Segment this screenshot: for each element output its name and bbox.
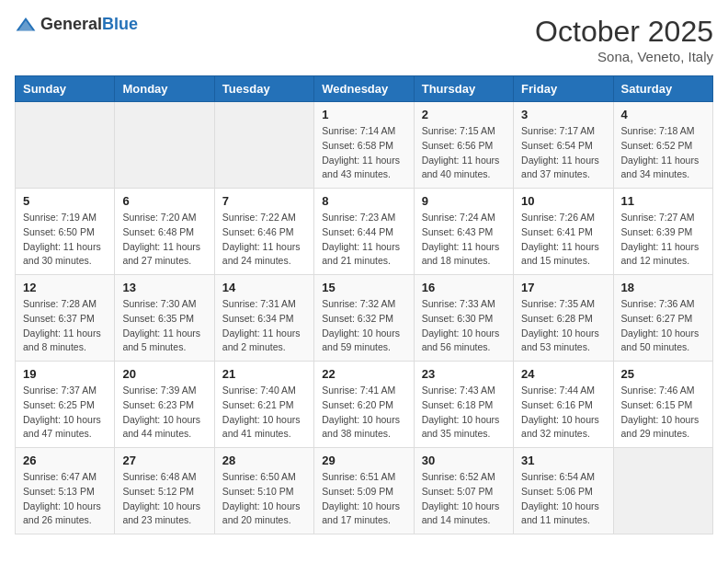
title-block: October 2025 Sona, Veneto, Italy xyxy=(535,15,713,64)
weekday-header-tuesday: Tuesday xyxy=(214,76,313,102)
day-info: Sunrise: 6:48 AM Sunset: 5:12 PM Dayligh… xyxy=(122,470,206,528)
day-info: Sunrise: 7:46 AM Sunset: 6:15 PM Dayligh… xyxy=(621,384,705,442)
day-number: 15 xyxy=(322,281,405,294)
day-number: 4 xyxy=(621,108,705,121)
calendar-week-row: 19Sunrise: 7:37 AM Sunset: 6:25 PM Dayli… xyxy=(16,362,713,448)
calendar-cell: 19Sunrise: 7:37 AM Sunset: 6:25 PM Dayli… xyxy=(16,362,115,448)
day-info: Sunrise: 7:39 AM Sunset: 6:23 PM Dayligh… xyxy=(122,384,206,442)
day-number: 3 xyxy=(521,108,605,121)
calendar-cell: 5Sunrise: 7:19 AM Sunset: 6:50 PM Daylig… xyxy=(16,189,115,275)
calendar-cell: 16Sunrise: 7:33 AM Sunset: 6:30 PM Dayli… xyxy=(414,275,513,362)
day-number: 13 xyxy=(122,281,206,294)
calendar-cell: 26Sunrise: 6:47 AM Sunset: 5:13 PM Dayli… xyxy=(16,448,115,534)
day-number: 9 xyxy=(422,194,506,208)
day-info: Sunrise: 7:24 AM Sunset: 6:43 PM Dayligh… xyxy=(422,211,506,269)
calendar-cell: 20Sunrise: 7:39 AM Sunset: 6:23 PM Dayli… xyxy=(115,362,214,448)
day-info: Sunrise: 7:27 AM Sunset: 6:39 PM Dayligh… xyxy=(621,211,705,269)
day-number: 23 xyxy=(422,367,506,381)
day-number: 21 xyxy=(222,367,306,381)
day-info: Sunrise: 7:37 AM Sunset: 6:25 PM Dayligh… xyxy=(23,384,107,442)
calendar-cell xyxy=(613,448,712,534)
calendar-cell: 24Sunrise: 7:44 AM Sunset: 6:16 PM Dayli… xyxy=(514,362,613,448)
calendar-cell: 21Sunrise: 7:40 AM Sunset: 6:21 PM Dayli… xyxy=(214,362,313,448)
day-number: 27 xyxy=(122,454,206,467)
weekday-header-friday: Friday xyxy=(514,76,613,102)
day-number: 26 xyxy=(23,454,107,467)
logo-icon xyxy=(15,16,37,34)
calendar-week-row: 5Sunrise: 7:19 AM Sunset: 6:50 PM Daylig… xyxy=(16,189,713,275)
calendar-cell: 15Sunrise: 7:32 AM Sunset: 6:32 PM Dayli… xyxy=(314,275,414,362)
calendar-cell: 1Sunrise: 7:14 AM Sunset: 6:58 PM Daylig… xyxy=(314,102,414,189)
day-info: Sunrise: 7:43 AM Sunset: 6:18 PM Dayligh… xyxy=(422,384,506,442)
day-number: 16 xyxy=(422,281,506,294)
day-number: 29 xyxy=(322,454,405,467)
day-info: Sunrise: 7:26 AM Sunset: 6:41 PM Dayligh… xyxy=(521,211,605,269)
calendar-cell xyxy=(16,102,115,189)
month-title: October 2025 xyxy=(535,15,713,49)
calendar-cell: 9Sunrise: 7:24 AM Sunset: 6:43 PM Daylig… xyxy=(414,189,513,275)
day-info: Sunrise: 7:28 AM Sunset: 6:37 PM Dayligh… xyxy=(23,297,107,355)
weekday-header-wednesday: Wednesday xyxy=(314,76,414,102)
day-info: Sunrise: 6:54 AM Sunset: 5:06 PM Dayligh… xyxy=(521,470,605,528)
day-number: 20 xyxy=(122,367,206,381)
day-number: 10 xyxy=(521,194,605,208)
day-info: Sunrise: 7:14 AM Sunset: 6:58 PM Dayligh… xyxy=(322,124,405,182)
day-info: Sunrise: 7:18 AM Sunset: 6:52 PM Dayligh… xyxy=(621,124,705,182)
weekday-header-saturday: Saturday xyxy=(613,76,712,102)
calendar-cell: 22Sunrise: 7:41 AM Sunset: 6:20 PM Dayli… xyxy=(314,362,414,448)
day-info: Sunrise: 7:35 AM Sunset: 6:28 PM Dayligh… xyxy=(521,297,605,355)
day-info: Sunrise: 7:23 AM Sunset: 6:44 PM Dayligh… xyxy=(322,211,405,269)
day-info: Sunrise: 6:47 AM Sunset: 5:13 PM Dayligh… xyxy=(23,470,107,528)
day-info: Sunrise: 7:41 AM Sunset: 6:20 PM Dayligh… xyxy=(322,384,405,442)
day-info: Sunrise: 7:40 AM Sunset: 6:21 PM Dayligh… xyxy=(222,384,306,442)
day-number: 5 xyxy=(23,194,107,208)
day-number: 14 xyxy=(222,281,306,294)
logo-blue-text: Blue xyxy=(102,15,138,33)
calendar-cell: 17Sunrise: 7:35 AM Sunset: 6:28 PM Dayli… xyxy=(514,275,613,362)
day-info: Sunrise: 7:20 AM Sunset: 6:48 PM Dayligh… xyxy=(122,211,206,269)
day-info: Sunrise: 7:15 AM Sunset: 6:56 PM Dayligh… xyxy=(422,124,506,182)
calendar-cell xyxy=(115,102,214,189)
page-header: GeneralBlue October 2025 Sona, Veneto, I… xyxy=(15,15,713,64)
calendar-cell: 29Sunrise: 6:51 AM Sunset: 5:09 PM Dayli… xyxy=(314,448,414,534)
day-info: Sunrise: 7:44 AM Sunset: 6:16 PM Dayligh… xyxy=(521,384,605,442)
day-info: Sunrise: 6:50 AM Sunset: 5:10 PM Dayligh… xyxy=(222,470,306,528)
day-info: Sunrise: 6:52 AM Sunset: 5:07 PM Dayligh… xyxy=(422,470,506,528)
day-info: Sunrise: 7:31 AM Sunset: 6:34 PM Dayligh… xyxy=(222,297,306,355)
day-info: Sunrise: 7:22 AM Sunset: 6:46 PM Dayligh… xyxy=(222,211,306,269)
calendar-cell: 8Sunrise: 7:23 AM Sunset: 6:44 PM Daylig… xyxy=(314,189,414,275)
day-info: Sunrise: 6:51 AM Sunset: 5:09 PM Dayligh… xyxy=(322,470,405,528)
day-number: 2 xyxy=(422,108,506,121)
day-info: Sunrise: 7:33 AM Sunset: 6:30 PM Dayligh… xyxy=(422,297,506,355)
day-number: 11 xyxy=(621,194,705,208)
day-number: 24 xyxy=(521,367,605,381)
calendar-week-row: 1Sunrise: 7:14 AM Sunset: 6:58 PM Daylig… xyxy=(16,102,713,189)
day-info: Sunrise: 7:32 AM Sunset: 6:32 PM Dayligh… xyxy=(322,297,405,355)
day-info: Sunrise: 7:17 AM Sunset: 6:54 PM Dayligh… xyxy=(521,124,605,182)
day-number: 7 xyxy=(222,194,306,208)
day-number: 22 xyxy=(322,367,405,381)
logo: GeneralBlue xyxy=(15,15,138,34)
calendar-cell: 4Sunrise: 7:18 AM Sunset: 6:52 PM Daylig… xyxy=(613,102,712,189)
day-info: Sunrise: 7:36 AM Sunset: 6:27 PM Dayligh… xyxy=(621,297,705,355)
calendar-cell: 3Sunrise: 7:17 AM Sunset: 6:54 PM Daylig… xyxy=(514,102,613,189)
day-info: Sunrise: 7:19 AM Sunset: 6:50 PM Dayligh… xyxy=(23,211,107,269)
day-number: 17 xyxy=(521,281,605,294)
weekday-header-monday: Monday xyxy=(115,76,214,102)
calendar-cell: 18Sunrise: 7:36 AM Sunset: 6:27 PM Dayli… xyxy=(613,275,712,362)
calendar-cell: 28Sunrise: 6:50 AM Sunset: 5:10 PM Dayli… xyxy=(214,448,313,534)
location-text: Sona, Veneto, Italy xyxy=(535,49,713,64)
weekday-header-row: SundayMondayTuesdayWednesdayThursdayFrid… xyxy=(16,76,713,102)
calendar-cell: 23Sunrise: 7:43 AM Sunset: 6:18 PM Dayli… xyxy=(414,362,513,448)
weekday-header-sunday: Sunday xyxy=(16,76,115,102)
calendar-cell: 10Sunrise: 7:26 AM Sunset: 6:41 PM Dayli… xyxy=(514,189,613,275)
calendar-cell: 31Sunrise: 6:54 AM Sunset: 5:06 PM Dayli… xyxy=(514,448,613,534)
calendar-cell: 12Sunrise: 7:28 AM Sunset: 6:37 PM Dayli… xyxy=(16,275,115,362)
day-number: 18 xyxy=(621,281,705,294)
day-number: 30 xyxy=(422,454,506,467)
calendar-cell: 2Sunrise: 7:15 AM Sunset: 6:56 PM Daylig… xyxy=(414,102,513,189)
day-info: Sunrise: 7:30 AM Sunset: 6:35 PM Dayligh… xyxy=(122,297,206,355)
day-number: 31 xyxy=(521,454,605,467)
calendar-cell: 30Sunrise: 6:52 AM Sunset: 5:07 PM Dayli… xyxy=(414,448,513,534)
calendar-cell: 25Sunrise: 7:46 AM Sunset: 6:15 PM Dayli… xyxy=(613,362,712,448)
